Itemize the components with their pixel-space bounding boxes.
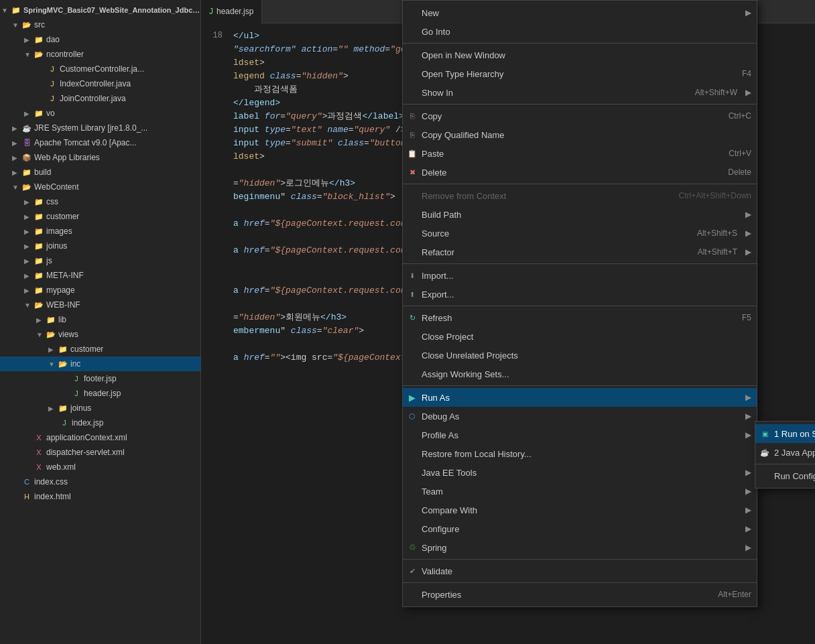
sidebar-item-meta-inf[interactable]: ▶ 📁 META-INF [0,268,200,283]
menu-label: Open in New Window [422,50,505,60]
sidebar-item-ncontroller[interactable]: ▼ 📂 ncontroller [0,47,200,62]
sidebar-item-src[interactable]: ▼ 📂 src [0,17,200,32]
menu-item-show-in[interactable]: Show In Alt+Shift+W ▶ [403,83,757,102]
menu-item-copy[interactable]: ⎘ Copy Ctrl+C [403,107,757,125]
tree-label: applicationContext.xml [46,433,127,442]
sidebar-item-web-inf[interactable]: ▼ 📂 WEB-INF [0,298,200,312]
sidebar-item-webcontent[interactable]: ▼ 📂 WebContent [0,180,200,194]
menu-item-import[interactable]: ⬇ Import... [403,266,757,285]
menu-label: Restore from Local History... [422,449,531,459]
sidebar-item-dao[interactable]: ▶ 📁 dao [0,32,200,47]
validate-icon: ✔ [407,566,418,576]
sidebar-item-tomcat[interactable]: ▶ 🗄 Apache Tomcat v9.0 [Apac... [0,135,200,150]
menu-item-spring[interactable]: ♲ Spring ▶ [403,538,757,557]
submenu-item-run-on-server[interactable]: ▣ 1 Run on Server Alt+Shift+X, R [755,424,815,443]
sidebar-item-index-html[interactable]: H index.html [0,489,200,504]
sidebar-item-css[interactable]: ▶ 📁 css [0,194,200,209]
menu-label: 2 Java Application [774,448,815,458]
project-root[interactable]: ▼ 📁 SpringMVC_Basic07_WebSite_Annotation… [0,3,200,17]
folder-icon: 📁 [34,36,44,44]
sidebar-item-lib[interactable]: ▶ 📁 lib [0,312,200,327]
menu-item-properties[interactable]: Properties Alt+Enter [403,585,757,604]
sidebar-item-views[interactable]: ▼ 📂 views [0,327,200,342]
sidebar-item-images[interactable]: ▶ 📁 images [0,224,200,239]
submenu-run-as: ▣ 1 Run on Server Alt+Shift+X, R ☕ 2 Jav… [755,421,815,489]
sidebar-item-inc[interactable]: ▼ 📂 inc [0,357,200,371]
menu-item-export[interactable]: ⬆ Export... [403,285,757,304]
menu-item-refactor[interactable]: Refactor Alt+Shift+T ▶ [403,243,757,261]
menu-item-copy-qualified[interactable]: ⎘ Copy Qualified Name [403,125,757,144]
sidebar-item-footer-jsp[interactable]: J footer.jsp [0,371,200,386]
menu-item-source[interactable]: Source Alt+Shift+S ▶ [403,224,757,243]
folder-icon: 📂 [34,301,44,310]
sidebar-item-views-customer[interactable]: ▶ 📁 customer [0,342,200,357]
menu-item-open-new-window[interactable]: Open in New Window [403,46,757,64]
menu-item-validate[interactable]: ✔ Validate [403,562,757,580]
menu-label: Remove from Context [422,191,506,201]
menu-item-delete[interactable]: ✖ Delete Delete [403,163,757,182]
menu-item-java-ee-tools[interactable]: Java EE Tools ▶ [403,463,757,482]
menu-label: Import... [422,271,454,281]
menu-item-go-into[interactable]: Go Into [403,22,757,41]
sidebar-item-index-jsp[interactable]: J index.jsp [0,415,200,430]
menu-shortcut: Ctrl+Alt+Shift+Down [679,191,751,200]
menu-item-restore-local[interactable]: Restore from Local History... [403,444,757,463]
sidebar-item-index-controller[interactable]: J IndexController.java [0,76,200,91]
submenu-item-java-app[interactable]: ☕ 2 Java Application Alt+Shift+X, J [755,443,815,462]
tree-label: Apache Tomcat v9.0 [Apac... [34,138,137,147]
sidebar-item-build[interactable]: ▶ 📁 build [0,165,200,180]
tree-label: CustomerController.ja... [60,64,144,74]
submenu-item-run-configurations[interactable]: Run Configurations... [755,466,815,485]
lib-icon: ☕ [21,124,32,133]
sidebar-item-web-xml[interactable]: X web.xml [0,460,200,474]
sidebar-item-webapp-lib[interactable]: ▶ 📦 Web App Libraries [0,150,200,165]
file-icon: H [21,493,32,501]
tree-label: views [58,330,78,339]
go-into-icon [407,26,418,37]
menu-item-debug-as[interactable]: ⬡ Debug As ▶ [403,407,757,426]
menu-separator [403,184,757,184]
sidebar-item-customer2[interactable]: ▶ 📁 customer [0,209,200,224]
menu-item-assign-working-sets[interactable]: Assign Working Sets... [403,365,757,383]
menu-item-run-as[interactable]: ▶ Run As ▶ [403,388,757,407]
sidebar-item-dispatcher[interactable]: X dispatcher-servlet.xml [0,445,200,460]
sidebar-item-vo[interactable]: ▶ 📁 vo [0,106,200,121]
menu-label: Validate [422,566,452,576]
tree-label: META-INF [46,271,84,280]
sidebar-item-app-context[interactable]: X applicationContext.xml [0,430,200,445]
menu-item-close-project[interactable]: Close Project [403,327,757,346]
menu-item-close-unrelated[interactable]: Close Unrelated Projects [403,346,757,365]
sidebar-item-join-controller[interactable]: J JoinController.java [0,91,200,106]
menu-item-open-type-hierarchy[interactable]: Open Type Hierarchy F4 [403,64,757,83]
menu-label: Profile As [422,430,458,440]
sidebar-item-customer-controller[interactable]: J CustomerController.ja... [0,62,200,76]
tree-label: footer.jsp [84,374,117,383]
tree-label: WEB-INF [46,300,80,310]
sidebar-item-mypage[interactable]: ▶ 📁 mypage [0,283,200,298]
menu-item-remove-context[interactable]: Remove from Context Ctrl+Alt+Shift+Down [403,186,757,205]
submenu-arrow: ▶ [745,8,751,17]
file-icon: J [71,375,82,383]
menu-label: Run Configurations... [774,471,815,481]
sidebar-item-index-css[interactable]: C index.css [0,474,200,489]
menu-label: Spring [422,543,447,553]
menu-item-profile-as[interactable]: Profile As ▶ [403,426,757,444]
menu-item-team[interactable]: Team ▶ [403,482,757,501]
menu-item-compare-with[interactable]: Compare With ▶ [403,501,757,519]
folder-icon: 📂 [46,330,56,339]
sidebar-item-header-jsp[interactable]: J header.jsp [0,386,200,401]
menu-label: Compare With [422,505,477,515]
menu-item-build-path[interactable]: Build Path ▶ [403,205,757,224]
sidebar-item-js[interactable]: ▶ 📁 js [0,253,200,268]
sidebar-item-joinus[interactable]: ▶ 📁 joinus [0,239,200,253]
tree-label: src [34,20,45,29]
menu-shortcut: Ctrl+C [729,111,751,121]
sidebar-item-views-joinus[interactable]: ▶ 📁 joinus [0,401,200,415]
sidebar-item-jre[interactable]: ▶ ☕ JRE System Library [jre1.8.0_... [0,121,200,135]
menu-shortcut: Alt+Shift+T [698,247,737,257]
menu-item-paste[interactable]: 📋 Paste Ctrl+V [403,144,757,163]
menu-item-configure[interactable]: Configure ▶ [403,519,757,538]
menu-item-refresh[interactable]: ↻ Refresh F5 [403,308,757,327]
tree-label: ncontroller [46,50,84,59]
menu-item-new[interactable]: New ▶ [403,3,757,22]
